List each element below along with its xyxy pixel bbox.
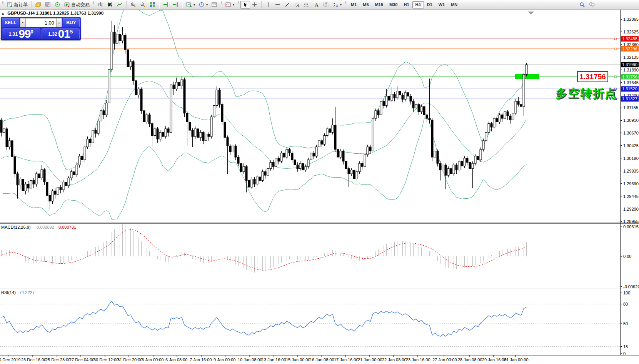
sell-price-big: 99 bbox=[18, 30, 30, 38]
buy-price-big: 01 bbox=[58, 30, 70, 38]
timeframe-h4-button[interactable]: H4 bbox=[412, 1, 424, 8]
chart-shift-icon bbox=[173, 2, 179, 8]
hline-icon[interactable] bbox=[273, 1, 283, 9]
price-axis-label: 1.30670 bbox=[623, 131, 639, 135]
buy-price-sup: 5 bbox=[70, 29, 73, 35]
template-icon[interactable] bbox=[210, 1, 219, 9]
sell-price-button[interactable]: 1.31 99 0 bbox=[2, 28, 40, 39]
candle-chart-icon[interactable] bbox=[105, 1, 115, 9]
auto-scroll-icon[interactable] bbox=[161, 1, 171, 9]
charts-folder-icon bbox=[35, 2, 41, 8]
search-icon[interactable] bbox=[577, 1, 587, 9]
ohlc-values: 1.31801 1.32025 1.31763 1.31990 bbox=[36, 11, 103, 15]
mt4-window: 新订单自动交易▾▾▾EFAT▾M1M5M15M30H1H4D1W1MN ▲ GB… bbox=[0, 0, 639, 364]
shapes-icon bbox=[333, 2, 339, 8]
time-axis-label: 21 Jan 00:00 bbox=[358, 357, 382, 362]
shapes-icon[interactable]: ▾ bbox=[331, 1, 344, 9]
highlight-rectangle[interactable] bbox=[515, 74, 539, 79]
fibonacci-icon: F bbox=[304, 2, 310, 8]
chart-shift-icon[interactable] bbox=[171, 1, 180, 9]
zoom-out-icon[interactable] bbox=[138, 1, 148, 9]
line-anchor[interactable] bbox=[614, 38, 616, 40]
line-anchor[interactable] bbox=[614, 76, 616, 78]
time-axis-label: 28 Jan 08:00 bbox=[458, 357, 482, 362]
sell-button[interactable]: SELL bbox=[2, 18, 19, 27]
text-label-icon: T bbox=[323, 2, 329, 8]
timeframe-m15-button[interactable]: M15 bbox=[372, 1, 386, 8]
turning-point-annotation[interactable]: 多空转折点多空转折点 bbox=[556, 87, 618, 100]
price-axis-label: 1.30180 bbox=[623, 156, 639, 161]
toolbar-grip bbox=[221, 1, 222, 8]
bar-chart-icon[interactable] bbox=[96, 1, 105, 9]
time-axis-label: 23 Jan 16:00 bbox=[406, 357, 430, 362]
vline-icon[interactable] bbox=[264, 1, 273, 9]
text-icon[interactable]: A bbox=[312, 1, 321, 9]
text-label-icon[interactable]: T bbox=[321, 1, 331, 9]
new-order-button[interactable]: 新订单 bbox=[5, 1, 30, 9]
market-watch-icon[interactable] bbox=[43, 1, 53, 9]
dropdown-caret-icon[interactable]: ▾ bbox=[206, 3, 208, 7]
line-chart-icon[interactable] bbox=[115, 1, 125, 9]
price-axis-label: 1.31890 bbox=[623, 68, 639, 72]
window-marker-icon: ▲ bbox=[1, 12, 5, 15]
svg-text:RSI(14): RSI(14) bbox=[1, 290, 16, 295]
svg-text:1.31520: 1.31520 bbox=[622, 86, 637, 91]
fibonacci-icon[interactable]: F bbox=[302, 1, 312, 9]
price-label-box[interactable]: 1.31756 bbox=[577, 71, 608, 82]
volume-decrease-button[interactable]: ▼ bbox=[20, 18, 26, 27]
rsi-axis-label: 100 bbox=[623, 291, 630, 295]
tile-windows-icon bbox=[150, 2, 155, 8]
price-badge-1.31520: 1.31520 bbox=[621, 86, 639, 91]
svg-text:1.31756: 1.31756 bbox=[579, 73, 606, 81]
cursor-icon[interactable] bbox=[240, 1, 250, 9]
rsi-axis-label: 80 bbox=[623, 302, 628, 306]
tile-windows-icon[interactable] bbox=[148, 1, 157, 9]
indicators-icon[interactable]: ▾ bbox=[224, 1, 236, 9]
channel-icon: E bbox=[294, 2, 300, 8]
timeframe-m30-button[interactable]: M30 bbox=[386, 1, 400, 8]
timeframe-m1-button[interactable]: M1 bbox=[348, 1, 360, 8]
price-badge-1.31327: 1.31327 bbox=[621, 96, 639, 101]
time-axis-label: 22 Jan 08:00 bbox=[382, 357, 407, 362]
macd-axis-label: 0.006152 bbox=[623, 224, 639, 229]
autotrading-button[interactable]: 自动交易 bbox=[62, 1, 92, 9]
chart-canvas[interactable]: 1.328651.326251.323801.321351.318901.316… bbox=[0, 10, 639, 364]
toolbar-separator bbox=[182, 1, 183, 8]
timeframe-mn-button[interactable]: MN bbox=[448, 1, 460, 8]
price-axis-label: 1.31155 bbox=[623, 105, 638, 110]
chat-icon[interactable] bbox=[587, 1, 597, 9]
volume-increase-button[interactable]: ▲ bbox=[56, 18, 62, 27]
vline-icon bbox=[265, 2, 271, 8]
line-anchor[interactable] bbox=[614, 48, 616, 50]
buy-price-button[interactable]: 1.32 01 5 bbox=[42, 28, 80, 39]
timeframe-d1-button[interactable]: D1 bbox=[424, 1, 435, 8]
navigator-icon[interactable] bbox=[53, 1, 62, 9]
zoom-in-icon[interactable] bbox=[128, 1, 138, 9]
time-axis-label: 20 Dec 2019 bbox=[0, 357, 20, 362]
navigator-icon bbox=[55, 2, 60, 8]
crosshair-icon[interactable] bbox=[250, 1, 260, 9]
trendline-icon[interactable] bbox=[283, 1, 292, 9]
price-axis-label: 1.31645 bbox=[623, 80, 639, 85]
charts-folder-icon[interactable] bbox=[33, 1, 43, 9]
dropdown-caret-icon[interactable]: ▾ bbox=[340, 3, 342, 7]
volume-value[interactable]: 1.00 bbox=[26, 18, 56, 27]
dropdown-caret-icon[interactable]: ▾ bbox=[233, 3, 234, 7]
timeframe-m5-button[interactable]: M5 bbox=[360, 1, 372, 8]
dropdown-caret-icon[interactable]: ▾ bbox=[194, 3, 195, 7]
channel-icon[interactable]: E bbox=[292, 1, 302, 9]
buy-button[interactable]: BUY bbox=[63, 18, 80, 27]
line-chart-icon bbox=[117, 2, 123, 8]
svg-text:MACD(12,26,9): MACD(12,26,9) bbox=[1, 225, 30, 229]
zoom-out-icon bbox=[140, 2, 146, 8]
price-axis-label: 1.30910 bbox=[623, 118, 639, 123]
svg-text:A: A bbox=[315, 2, 319, 8]
svg-text:1.31756: 1.31756 bbox=[622, 75, 637, 79]
new-chart-icon[interactable]: ▾ bbox=[184, 1, 197, 9]
autotrading-label: 自动交易 bbox=[71, 2, 90, 8]
zoom-in-icon bbox=[130, 2, 136, 8]
toolbar-separator bbox=[126, 1, 127, 8]
timeframe-h1-button[interactable]: H1 bbox=[400, 1, 412, 8]
periods-icon[interactable]: ▾ bbox=[197, 1, 210, 9]
timeframe-w1-button[interactable]: W1 bbox=[435, 1, 448, 8]
